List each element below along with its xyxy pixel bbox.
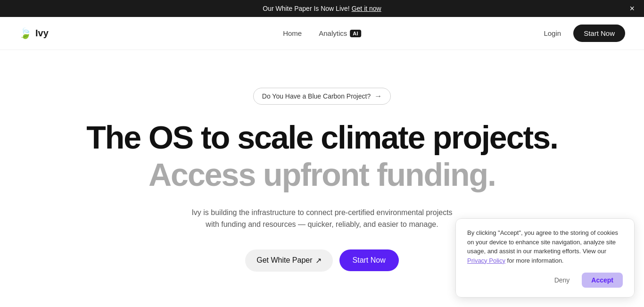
hero-buttons: Get White Paper ↗ Start Now xyxy=(245,249,399,272)
announcement-close-button[interactable]: × xyxy=(629,4,635,13)
cookie-text: By clicking "Accept", you agree to the s… xyxy=(467,228,623,265)
navbar: 🍃 Ivy Home Analytics AI Login Start Now xyxy=(0,17,644,50)
hero-pill-text: Do You Have a Blue Carbon Project? xyxy=(262,92,371,100)
logo-text: Ivy xyxy=(35,28,49,39)
get-white-paper-button[interactable]: Get White Paper ↗ xyxy=(245,249,332,272)
cookie-text-part1: By clicking "Accept", you agree to the s… xyxy=(467,229,618,255)
announcement-text: Our White Paper Is Now Live! xyxy=(263,5,349,12)
hero-pill[interactable]: Do You Have a Blue Carbon Project? → xyxy=(253,88,391,105)
start-now-nav-button[interactable]: Start Now xyxy=(573,25,625,42)
nav-analytics-label: Analytics xyxy=(319,29,347,37)
nav-actions: Login Start Now xyxy=(537,25,625,42)
logo[interactable]: 🍃 Ivy xyxy=(19,27,49,40)
announcement-bar: Our White Paper Is Now Live! Get it now … xyxy=(0,0,644,17)
hero-start-now-button[interactable]: Start Now xyxy=(339,249,399,271)
logo-icon: 🍃 xyxy=(19,27,32,40)
external-link-icon: ↗ xyxy=(315,256,322,265)
get-white-paper-label: Get White Paper xyxy=(256,256,312,265)
hero-title-line2: Access upfront funding. xyxy=(149,157,495,192)
nav-links: Home Analytics AI xyxy=(276,26,368,40)
accept-button[interactable]: Accept xyxy=(582,273,623,288)
ai-badge: AI xyxy=(350,30,361,37)
hero-title-line1: The OS to scale climate projects. xyxy=(86,120,558,155)
hero-description: Ivy is building the infrastructure to co… xyxy=(190,207,454,231)
login-button[interactable]: Login xyxy=(537,25,568,41)
announcement-link[interactable]: Get it now xyxy=(352,5,381,12)
cookie-text-part2: for more information. xyxy=(507,257,564,264)
nav-home[interactable]: Home xyxy=(276,26,308,40)
cookie-actions: Deny Accept xyxy=(467,273,623,288)
privacy-policy-link[interactable]: Privacy Policy xyxy=(467,257,505,264)
hero-pill-arrow-icon: → xyxy=(374,92,382,100)
nav-analytics[interactable]: Analytics AI xyxy=(312,26,368,40)
cookie-banner: By clicking "Accept", you agree to the s… xyxy=(455,218,635,298)
deny-button[interactable]: Deny xyxy=(547,273,578,288)
